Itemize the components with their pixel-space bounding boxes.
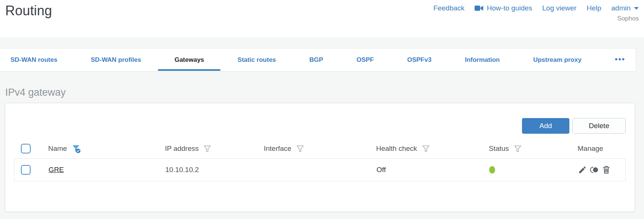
topbar-right: Feedback How-to guides Log viewer Help a… <box>433 3 639 22</box>
column-header-name: Name <box>48 144 165 153</box>
tab-information[interactable]: Information <box>465 48 500 71</box>
filter-icon[interactable] <box>422 145 430 153</box>
tab-ospfv3[interactable]: OSPFv3 <box>407 48 431 71</box>
page-header: Routing Feedback How-to guides Log viewe… <box>0 0 644 37</box>
help-link[interactable]: Help <box>587 4 601 12</box>
tab-ospf[interactable]: OSPF <box>356 48 373 71</box>
select-all-checkbox[interactable] <box>21 144 31 153</box>
gateway-name-link[interactable]: GRE <box>49 166 64 174</box>
top-links: Feedback How-to guides Log viewer Help a… <box>433 4 639 12</box>
tab-sd-wan-profiles[interactable]: SD-WAN profiles <box>91 48 141 71</box>
column-header-ip-address: IP address <box>165 145 264 153</box>
tab-gateways[interactable]: Gateways <box>175 48 204 71</box>
tab-bgp[interactable]: BGP <box>309 48 323 71</box>
manage-cell <box>578 165 625 174</box>
tab-more-ellipsis[interactable]: ••• <box>615 48 625 71</box>
admin-menu-label: admin <box>611 4 631 12</box>
column-label-health-check: Health check <box>376 145 417 153</box>
how-to-guides-link[interactable]: How-to guides <box>475 4 532 12</box>
toolbar: Add Delete <box>14 103 626 134</box>
filter-active-icon[interactable] <box>72 144 81 153</box>
name-cell: GRE <box>49 166 165 174</box>
filter-icon[interactable] <box>513 145 522 153</box>
column-label-status: Status <box>489 145 509 153</box>
delete-icon[interactable] <box>602 165 610 174</box>
section-title: IPv4 gateway <box>5 87 644 98</box>
row-checkbox-cell <box>15 165 49 175</box>
page-title: Routing <box>5 3 52 19</box>
how-to-guides-label: How-to guides <box>487 4 532 12</box>
table-header: Name IP address Interface Health check <box>14 139 626 158</box>
gateway-panel: Add Delete Name IP address Interface <box>5 103 635 212</box>
column-header-health-check: Health check <box>376 145 489 153</box>
deactivate-icon[interactable] <box>590 165 600 174</box>
feedback-link[interactable]: Feedback <box>433 4 464 12</box>
status-cell <box>489 166 578 174</box>
edit-icon[interactable] <box>578 165 587 174</box>
health-check-cell: Off <box>376 166 489 174</box>
status-dot <box>489 166 495 174</box>
tab-sd-wan-routes[interactable]: SD-WAN routes <box>10 48 57 71</box>
brand-label: Sophos <box>433 15 639 22</box>
row-checkbox[interactable] <box>21 165 31 175</box>
chevron-down-icon <box>634 7 639 10</box>
column-label-name: Name <box>48 145 67 153</box>
column-header-manage: Manage <box>578 145 626 153</box>
column-header-interface: Interface <box>264 145 376 153</box>
filter-icon[interactable] <box>296 145 304 153</box>
tab-upstream-proxy[interactable]: Upstream proxy <box>533 48 581 71</box>
column-label-manage: Manage <box>578 145 603 153</box>
log-viewer-link[interactable]: Log viewer <box>542 4 576 12</box>
add-button[interactable]: Add <box>522 118 569 134</box>
tab-static-routes[interactable]: Static routes <box>238 48 276 71</box>
column-label-ip-address: IP address <box>165 145 198 153</box>
ip-address-cell: 10.10.10.2 <box>165 166 264 174</box>
tab-bar: SD-WAN routes SD-WAN profiles Gateways S… <box>0 48 636 72</box>
admin-menu[interactable]: admin <box>611 4 639 12</box>
column-header-status: Status <box>489 145 578 153</box>
header-checkbox-cell <box>14 144 48 153</box>
video-camera-icon <box>475 5 484 11</box>
column-label-interface: Interface <box>264 145 291 153</box>
delete-button[interactable]: Delete <box>572 118 626 134</box>
table-row: GRE 10.10.10.2 Off <box>14 158 626 181</box>
routing-page: Routing Feedback How-to guides Log viewe… <box>0 0 644 212</box>
filter-icon[interactable] <box>203 145 212 153</box>
